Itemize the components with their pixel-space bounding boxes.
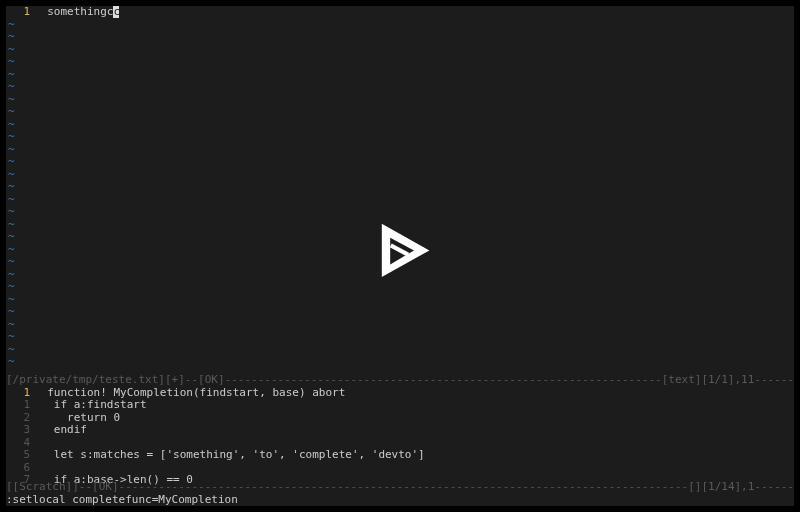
line-number-relative: 3 bbox=[6, 424, 34, 437]
code-line[interactable]: 2 return 0 bbox=[6, 412, 794, 425]
empty-line-tilde: ~ bbox=[6, 331, 794, 344]
command-line[interactable]: :setlocal completefunc=MyCompletion bbox=[6, 494, 794, 507]
code-text: return 0 bbox=[47, 411, 120, 424]
empty-line-tilde: ~ bbox=[6, 69, 794, 82]
code-text: if a:findstart bbox=[47, 398, 146, 411]
empty-line-tilde: ~ bbox=[6, 294, 794, 307]
editor-pane-bottom[interactable]: 1 function! MyCompletion(findstart, base… bbox=[6, 387, 794, 487]
code-text: endif bbox=[47, 423, 87, 436]
empty-line-tilde: ~ bbox=[6, 194, 794, 207]
empty-line-tilde: ~ bbox=[6, 56, 794, 69]
empty-line-tilde: ~ bbox=[6, 81, 794, 94]
empty-line-tilde: ~ bbox=[6, 131, 794, 144]
code-line[interactable]: 1 if a:findstart bbox=[6, 399, 794, 412]
code-text: function! MyCompletion(findstart, base) … bbox=[47, 386, 345, 399]
code-line[interactable]: 1 somethingcc bbox=[6, 6, 794, 19]
play-button[interactable] bbox=[365, 215, 435, 285]
empty-line-tilde: ~ bbox=[6, 344, 794, 357]
empty-line-tilde: ~ bbox=[6, 356, 794, 369]
empty-line-tilde: ~ bbox=[6, 319, 794, 332]
code-line[interactable]: 5 let s:matches = ['something', 'to', 'c… bbox=[6, 449, 794, 462]
empty-line-tilde: ~ bbox=[6, 169, 794, 182]
status-line-bottom: [[Scratch]]--[OK]-----------------------… bbox=[6, 481, 794, 494]
empty-line-tilde: ~ bbox=[6, 94, 794, 107]
empty-line-tilde: ~ bbox=[6, 306, 794, 319]
editor-pane-top[interactable]: 1 somethingcc ~~~~~~~~~~~~~~~~~~~~~~~~~~… bbox=[6, 6, 794, 369]
empty-line-markers: ~~~~~~~~~~~~~~~~~~~~~~~~~~~~ bbox=[6, 19, 794, 369]
empty-line-tilde: ~ bbox=[6, 19, 794, 32]
empty-line-tilde: ~ bbox=[6, 31, 794, 44]
code-text: let s:matches = ['something', 'to', 'com… bbox=[47, 448, 425, 461]
line-number-relative: 5 bbox=[6, 449, 34, 462]
empty-line-tilde: ~ bbox=[6, 106, 794, 119]
play-icon bbox=[365, 215, 435, 285]
empty-line-tilde: ~ bbox=[6, 144, 794, 157]
terminal-screen: 1 somethingcc ~~~~~~~~~~~~~~~~~~~~~~~~~~… bbox=[6, 6, 794, 506]
line-number-relative: 1 bbox=[6, 399, 34, 412]
empty-line-tilde: ~ bbox=[6, 181, 794, 194]
line-number: 1 bbox=[6, 6, 34, 19]
empty-line-tilde: ~ bbox=[6, 44, 794, 57]
text-cursor: c bbox=[113, 6, 119, 18]
code-line[interactable]: 3 endif bbox=[6, 424, 794, 437]
empty-line-tilde: ~ bbox=[6, 156, 794, 169]
empty-line-tilde: ~ bbox=[6, 119, 794, 132]
code-text: somethingc bbox=[47, 5, 113, 18]
